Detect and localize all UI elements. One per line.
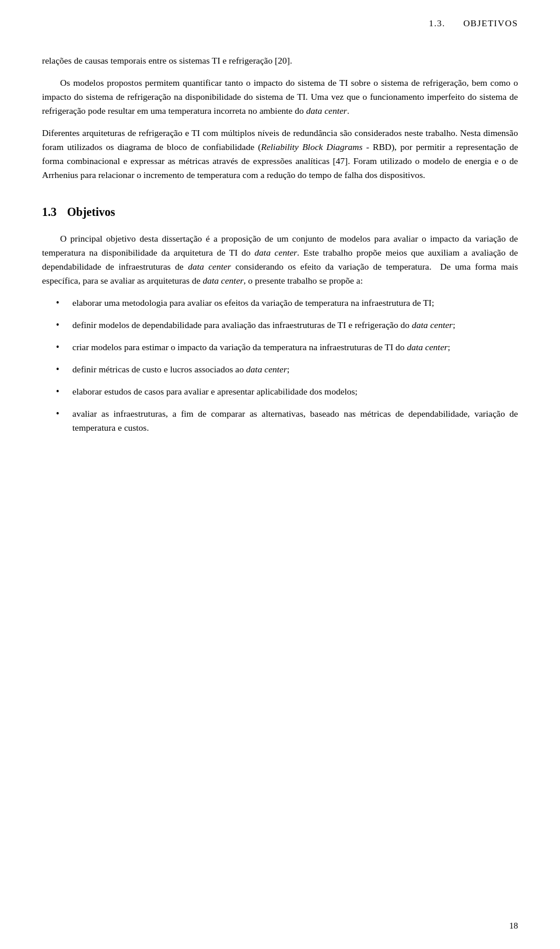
list-item-text: elaborar estudos de casos para avaliar e… <box>72 386 358 396</box>
list-item: elaborar uma metodologia para avaliar os… <box>56 296 518 310</box>
page-number-text: 18 <box>509 921 518 930</box>
list-item: definir métricas de custo e lucros assoc… <box>56 362 518 376</box>
intro-text: relações de causas temporais entre os si… <box>42 55 292 65</box>
section-paragraph-1: O principal objetivo desta dissertação é… <box>42 232 518 288</box>
paragraph-2: Diferentes arquiteturas de refrigeração … <box>42 126 518 182</box>
list-item-text: elaborar uma metodologia para avaliar os… <box>72 298 434 308</box>
section-title: Objetivos <box>67 203 115 221</box>
header-section-title: 1.3. OBJETIVOS <box>429 16 518 30</box>
list-item-text: criar modelos para estimar o impacto da … <box>72 342 450 352</box>
header-section-number: 1.3. <box>429 18 445 28</box>
section-heading: 1.3 Objetivos <box>42 203 518 221</box>
objectives-list: elaborar uma metodologia para avaliar os… <box>56 296 518 435</box>
page-number: 18 <box>509 919 518 933</box>
page-header: 1.3. OBJETIVOS <box>42 0 518 41</box>
list-item: criar modelos para estimar o impacto da … <box>56 340 518 354</box>
intro-paragraph: relações de causas temporais entre os si… <box>42 54 518 68</box>
section-number: 1.3 <box>42 203 57 221</box>
list-item: definir modelos de dependabilidade para … <box>56 318 518 332</box>
list-item: elaborar estudos de casos para avaliar e… <box>56 385 518 399</box>
list-item-text: definir métricas de custo e lucros assoc… <box>72 364 289 374</box>
list-item: avaliar as infraestruturas, a fim de com… <box>56 407 518 435</box>
list-item-text: avaliar as infraestruturas, a fim de com… <box>72 409 518 432</box>
page: 1.3. OBJETIVOS relações de causas tempor… <box>0 0 560 949</box>
paragraph-1: Os modelos propostos permitem quantifica… <box>42 76 518 118</box>
header-title-text: OBJETIVOS <box>463 18 518 28</box>
list-item-text: definir modelos de dependabilidade para … <box>72 320 455 330</box>
